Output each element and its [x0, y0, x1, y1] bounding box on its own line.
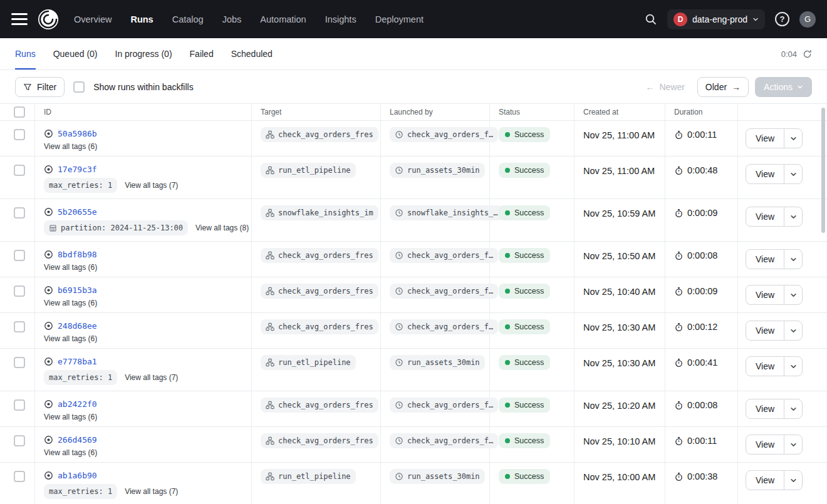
status-badge[interactable]: Success: [499, 355, 550, 370]
row-checkbox[interactable]: [14, 165, 25, 176]
run-id-link[interactable]: 8bdf8b98: [58, 250, 97, 259]
deployment-switcher[interactable]: D data-eng-prod: [667, 9, 765, 29]
target-chip[interactable]: check_avg_orders_freshne: [261, 127, 378, 142]
view-all-tags-link[interactable]: View all tags (6): [44, 413, 97, 421]
status-badge[interactable]: Success: [499, 398, 550, 413]
view-all-tags-link[interactable]: View all tags (6): [44, 142, 97, 151]
run-tag-chip[interactable]: partition: 2024-11-25-13:00: [44, 220, 188, 235]
search-icon[interactable]: [644, 13, 657, 26]
actions-button[interactable]: Actions: [755, 77, 812, 97]
status-badge[interactable]: Success: [499, 433, 550, 448]
view-run-button[interactable]: View: [746, 285, 784, 305]
launched-by-chip[interactable]: run_assets_30min: [390, 355, 485, 370]
hamburger-menu-icon[interactable]: [11, 13, 28, 25]
run-id-link[interactable]: 266d4569: [58, 435, 97, 445]
row-checkbox[interactable]: [14, 129, 25, 140]
view-run-button[interactable]: View: [746, 399, 784, 419]
filter-button[interactable]: Filter: [15, 77, 65, 97]
run-id-link[interactable]: b6915b3a: [58, 285, 97, 295]
nav-item-deployment[interactable]: Deployment: [375, 14, 424, 24]
tab-failed[interactable]: Failed: [190, 38, 214, 69]
view-all-tags-link[interactable]: View all tags (6): [44, 334, 97, 343]
show-backfills-checkbox[interactable]: [73, 81, 85, 93]
target-chip[interactable]: check_avg_orders_freshne: [261, 319, 378, 334]
run-id-link[interactable]: 17e79c3f: [58, 165, 97, 174]
run-tag-chip[interactable]: max_retries: 1: [44, 370, 117, 385]
status-badge[interactable]: Success: [499, 205, 550, 220]
run-actions-dropdown-button[interactable]: [784, 207, 803, 227]
run-actions-dropdown-button[interactable]: [784, 249, 803, 269]
target-chip[interactable]: check_avg_orders_freshne: [261, 398, 378, 413]
run-actions-dropdown-button[interactable]: [784, 321, 803, 341]
launched-by-chip[interactable]: check_avg_orders_f…: [390, 248, 498, 263]
run-tag-chip[interactable]: max_retries: 1: [44, 178, 117, 193]
nav-item-catalog[interactable]: Catalog: [172, 14, 204, 24]
nav-item-overview[interactable]: Overview: [74, 14, 112, 24]
target-chip[interactable]: snowflake_insights_import: [261, 205, 378, 220]
run-actions-dropdown-button[interactable]: [784, 399, 803, 419]
run-id-link[interactable]: ab2422f0: [58, 399, 97, 409]
view-run-button[interactable]: View: [746, 128, 784, 148]
view-run-button[interactable]: View: [746, 321, 784, 341]
view-all-tags-link[interactable]: View all tags (6): [44, 299, 97, 307]
target-chip[interactable]: check_avg_orders_freshne: [261, 248, 378, 263]
target-chip[interactable]: check_avg_orders_freshne: [261, 433, 378, 448]
run-actions-dropdown-button[interactable]: [784, 164, 803, 184]
launched-by-chip[interactable]: snowflake_insights_…: [390, 205, 503, 220]
launched-by-chip[interactable]: check_avg_orders_f…: [390, 433, 498, 448]
nav-item-insights[interactable]: Insights: [325, 14, 356, 24]
tab-in-progress-0[interactable]: In progress (0): [115, 38, 172, 69]
launched-by-chip[interactable]: check_avg_orders_f…: [390, 398, 498, 413]
run-id-link[interactable]: 248d68ee: [58, 321, 97, 331]
status-badge[interactable]: Success: [499, 127, 550, 142]
row-checkbox[interactable]: [14, 250, 25, 261]
older-button[interactable]: Older →: [697, 77, 749, 97]
status-badge[interactable]: Success: [499, 469, 550, 484]
view-all-tags-link[interactable]: View all tags (7): [125, 181, 178, 190]
view-run-button[interactable]: View: [746, 164, 784, 184]
target-chip[interactable]: run_etl_pipeline: [261, 355, 356, 370]
dagster-logo[interactable]: [36, 8, 60, 31]
vertical-scrollbar[interactable]: [821, 108, 825, 233]
view-all-tags-link[interactable]: View all tags (6): [44, 448, 97, 457]
run-id-link[interactable]: e7778ba1: [58, 357, 97, 366]
nav-item-jobs[interactable]: Jobs: [222, 14, 242, 24]
status-badge[interactable]: Success: [499, 248, 550, 263]
run-actions-dropdown-button[interactable]: [784, 470, 803, 490]
run-actions-dropdown-button[interactable]: [784, 356, 803, 376]
select-all-checkbox[interactable]: [14, 106, 25, 118]
tab-queued-0[interactable]: Queued (0): [53, 38, 98, 69]
run-id-link[interactable]: 50a5986b: [58, 129, 97, 138]
row-checkbox[interactable]: [14, 321, 25, 332]
nav-item-runs[interactable]: Runs: [130, 14, 153, 24]
view-all-tags-link[interactable]: View all tags (8): [195, 224, 249, 232]
row-checkbox[interactable]: [14, 471, 25, 482]
target-chip[interactable]: check_avg_orders_freshne: [261, 284, 378, 299]
view-all-tags-link[interactable]: View all tags (7): [125, 373, 178, 382]
status-badge[interactable]: Success: [499, 163, 550, 178]
view-run-button[interactable]: View: [746, 207, 784, 227]
view-run-button[interactable]: View: [746, 435, 784, 455]
run-actions-dropdown-button[interactable]: [784, 128, 803, 148]
newer-button[interactable]: ← Newer: [639, 77, 690, 97]
row-checkbox[interactable]: [14, 357, 25, 368]
tab-scheduled[interactable]: Scheduled: [231, 38, 273, 69]
launched-by-chip[interactable]: run_assets_30min: [390, 163, 485, 178]
view-run-button[interactable]: View: [746, 470, 784, 490]
user-avatar[interactable]: G: [799, 11, 816, 28]
run-tag-chip[interactable]: max_retries: 1: [44, 484, 117, 499]
run-id-link[interactable]: 5b20655e: [58, 207, 97, 217]
view-run-button[interactable]: View: [746, 249, 784, 269]
run-id-link[interactable]: ab1a6b90: [58, 471, 97, 480]
row-checkbox[interactable]: [14, 399, 25, 411]
run-actions-dropdown-button[interactable]: [784, 435, 803, 455]
run-actions-dropdown-button[interactable]: [784, 285, 803, 305]
help-icon[interactable]: ?: [775, 12, 789, 26]
status-badge[interactable]: Success: [499, 319, 550, 334]
view-all-tags-link[interactable]: View all tags (7): [125, 487, 178, 496]
target-chip[interactable]: run_etl_pipeline: [261, 469, 356, 484]
nav-item-automation[interactable]: Automation: [260, 14, 306, 24]
launched-by-chip[interactable]: run_assets_30min: [390, 469, 485, 484]
launched-by-chip[interactable]: check_avg_orders_f…: [390, 284, 498, 299]
tab-runs[interactable]: Runs: [15, 38, 36, 69]
